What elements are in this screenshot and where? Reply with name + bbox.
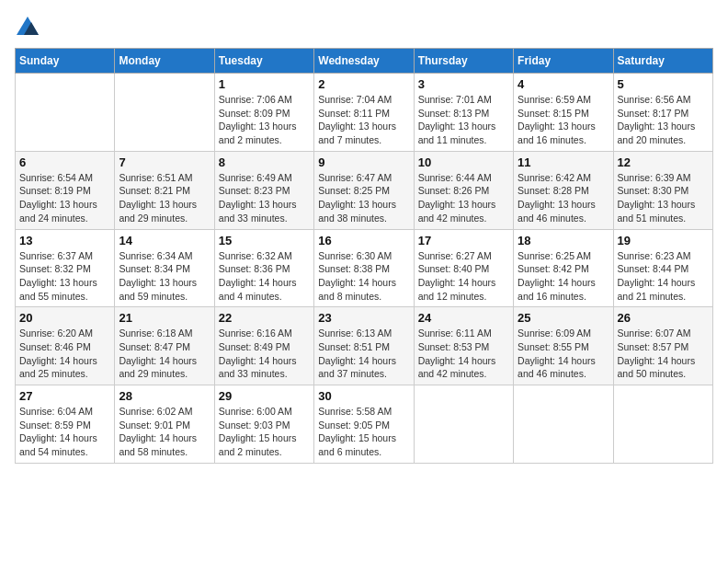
calendar-cell: 18Sunrise: 6:25 AM Sunset: 8:42 PM Dayli…	[514, 229, 613, 307]
day-info: Sunrise: 6:13 AM Sunset: 8:51 PM Dayligh…	[318, 327, 409, 381]
day-info: Sunrise: 6:16 AM Sunset: 8:49 PM Dayligh…	[219, 327, 310, 381]
day-number: 23	[318, 311, 409, 325]
day-number: 13	[19, 234, 110, 247]
day-info: Sunrise: 6:42 AM Sunset: 8:28 PM Dayligh…	[518, 171, 609, 225]
day-info: Sunrise: 6:27 AM Sunset: 8:40 PM Dayligh…	[418, 249, 509, 304]
day-number: 12	[618, 155, 709, 169]
day-info: Sunrise: 6:32 AM Sunset: 8:36 PM Dayligh…	[219, 249, 310, 304]
day-number: 9	[318, 155, 409, 169]
weekday-header-wednesday: Wednesday	[314, 49, 414, 74]
calendar-cell: 6Sunrise: 6:54 AM Sunset: 8:19 PM Daylig…	[16, 151, 115, 229]
day-info: Sunrise: 6:47 AM Sunset: 8:25 PM Dayligh…	[318, 171, 409, 225]
day-number: 30	[318, 389, 409, 403]
calendar-cell: 16Sunrise: 6:30 AM Sunset: 8:38 PM Dayli…	[314, 229, 414, 307]
day-number: 14	[119, 234, 210, 247]
calendar-week-row: 13Sunrise: 6:37 AM Sunset: 8:32 PM Dayli…	[16, 229, 713, 307]
calendar-cell: 15Sunrise: 6:32 AM Sunset: 8:36 PM Dayli…	[214, 229, 313, 307]
day-info: Sunrise: 6:09 AM Sunset: 8:55 PM Dayligh…	[518, 327, 609, 381]
day-number: 29	[219, 389, 310, 403]
calendar-cell: 5Sunrise: 6:56 AM Sunset: 8:17 PM Daylig…	[613, 74, 712, 152]
weekday-header-thursday: Thursday	[414, 49, 513, 74]
day-info: Sunrise: 6:37 AM Sunset: 8:32 PM Dayligh…	[19, 249, 110, 304]
day-number: 17	[418, 234, 509, 247]
calendar-cell: 2Sunrise: 7:04 AM Sunset: 8:11 PM Daylig…	[314, 74, 414, 152]
calendar-cell: 9Sunrise: 6:47 AM Sunset: 8:25 PM Daylig…	[314, 151, 414, 229]
calendar-cell: 28Sunrise: 6:02 AM Sunset: 9:01 PM Dayli…	[115, 385, 214, 464]
day-number: 27	[19, 389, 110, 403]
day-info: Sunrise: 6:11 AM Sunset: 8:53 PM Dayligh…	[418, 327, 509, 381]
calendar-week-row: 20Sunrise: 6:20 AM Sunset: 8:46 PM Dayli…	[16, 307, 713, 385]
day-info: Sunrise: 6:39 AM Sunset: 8:30 PM Dayligh…	[618, 171, 709, 225]
day-info: Sunrise: 6:51 AM Sunset: 8:21 PM Dayligh…	[119, 171, 210, 225]
calendar-cell: 27Sunrise: 6:04 AM Sunset: 8:59 PM Dayli…	[16, 385, 115, 464]
weekday-header-monday: Monday	[115, 49, 214, 74]
day-info: Sunrise: 6:20 AM Sunset: 8:46 PM Dayligh…	[19, 327, 110, 381]
calendar-cell	[514, 385, 613, 464]
day-number: 3	[418, 77, 509, 91]
day-number: 18	[518, 234, 609, 247]
day-number: 2	[318, 77, 409, 91]
calendar-cell: 29Sunrise: 6:00 AM Sunset: 9:03 PM Dayli…	[214, 385, 313, 464]
weekday-header-friday: Friday	[514, 49, 613, 74]
calendar-cell: 21Sunrise: 6:18 AM Sunset: 8:47 PM Dayli…	[115, 307, 214, 385]
calendar-cell: 20Sunrise: 6:20 AM Sunset: 8:46 PM Dayli…	[16, 307, 115, 385]
day-info: Sunrise: 6:07 AM Sunset: 8:57 PM Dayligh…	[618, 327, 709, 381]
calendar-week-row: 1Sunrise: 7:06 AM Sunset: 8:09 PM Daylig…	[16, 74, 713, 152]
day-number: 16	[318, 234, 409, 247]
calendar-cell: 7Sunrise: 6:51 AM Sunset: 8:21 PM Daylig…	[115, 151, 214, 229]
calendar-cell: 23Sunrise: 6:13 AM Sunset: 8:51 PM Dayli…	[314, 307, 414, 385]
calendar-header-row: SundayMondayTuesdayWednesdayThursdayFrid…	[16, 49, 713, 74]
day-info: Sunrise: 6:00 AM Sunset: 9:03 PM Dayligh…	[219, 405, 310, 459]
calendar-cell: 4Sunrise: 6:59 AM Sunset: 8:15 PM Daylig…	[514, 74, 613, 152]
calendar-cell: 24Sunrise: 6:11 AM Sunset: 8:53 PM Dayli…	[414, 307, 513, 385]
calendar-cell: 30Sunrise: 5:58 AM Sunset: 9:05 PM Dayli…	[314, 385, 414, 464]
day-number: 20	[19, 311, 110, 325]
calendar-cell: 3Sunrise: 7:01 AM Sunset: 8:13 PM Daylig…	[414, 74, 513, 152]
day-number: 24	[418, 311, 509, 325]
calendar-cell: 14Sunrise: 6:34 AM Sunset: 8:34 PM Dayli…	[115, 229, 214, 307]
page-header	[15, 15, 713, 40]
day-number: 6	[19, 155, 110, 169]
day-info: Sunrise: 7:06 AM Sunset: 8:09 PM Dayligh…	[219, 93, 310, 147]
day-number: 21	[119, 311, 210, 325]
day-number: 25	[518, 311, 609, 325]
calendar-cell	[613, 385, 712, 464]
calendar-cell: 19Sunrise: 6:23 AM Sunset: 8:44 PM Dayli…	[613, 229, 712, 307]
calendar-cell: 22Sunrise: 6:16 AM Sunset: 8:49 PM Dayli…	[214, 307, 313, 385]
day-info: Sunrise: 6:02 AM Sunset: 9:01 PM Dayligh…	[119, 405, 210, 459]
day-number: 4	[518, 77, 609, 91]
calendar-cell: 25Sunrise: 6:09 AM Sunset: 8:55 PM Dayli…	[514, 307, 613, 385]
calendar-cell	[414, 385, 513, 464]
day-number: 11	[518, 155, 609, 169]
day-number: 10	[418, 155, 509, 169]
calendar-cell: 26Sunrise: 6:07 AM Sunset: 8:57 PM Dayli…	[613, 307, 712, 385]
calendar-cell: 12Sunrise: 6:39 AM Sunset: 8:30 PM Dayli…	[613, 151, 712, 229]
day-info: Sunrise: 6:59 AM Sunset: 8:15 PM Dayligh…	[518, 93, 609, 147]
day-info: Sunrise: 6:30 AM Sunset: 8:38 PM Dayligh…	[318, 249, 409, 304]
calendar-cell: 13Sunrise: 6:37 AM Sunset: 8:32 PM Dayli…	[16, 229, 115, 307]
calendar-cell: 8Sunrise: 6:49 AM Sunset: 8:23 PM Daylig…	[214, 151, 313, 229]
calendar-week-row: 27Sunrise: 6:04 AM Sunset: 8:59 PM Dayli…	[16, 385, 713, 464]
weekday-header-sunday: Sunday	[16, 49, 115, 74]
day-info: Sunrise: 7:04 AM Sunset: 8:11 PM Dayligh…	[318, 93, 409, 147]
logo	[15, 15, 44, 40]
day-number: 22	[219, 311, 310, 325]
day-number: 5	[618, 77, 709, 91]
day-info: Sunrise: 6:23 AM Sunset: 8:44 PM Dayligh…	[618, 249, 709, 304]
day-number: 28	[119, 389, 210, 403]
day-info: Sunrise: 5:58 AM Sunset: 9:05 PM Dayligh…	[318, 405, 409, 459]
calendar-cell: 10Sunrise: 6:44 AM Sunset: 8:26 PM Dayli…	[414, 151, 513, 229]
calendar-cell: 11Sunrise: 6:42 AM Sunset: 8:28 PM Dayli…	[514, 151, 613, 229]
day-number: 19	[618, 234, 709, 247]
day-info: Sunrise: 6:18 AM Sunset: 8:47 PM Dayligh…	[119, 327, 210, 381]
day-info: Sunrise: 6:54 AM Sunset: 8:19 PM Dayligh…	[19, 171, 110, 225]
calendar-cell	[16, 74, 115, 152]
day-info: Sunrise: 7:01 AM Sunset: 8:13 PM Dayligh…	[418, 93, 509, 147]
day-info: Sunrise: 6:49 AM Sunset: 8:23 PM Dayligh…	[219, 171, 310, 225]
day-info: Sunrise: 6:25 AM Sunset: 8:42 PM Dayligh…	[518, 249, 609, 304]
logo-icon	[15, 15, 40, 40]
day-number: 15	[219, 234, 310, 247]
day-info: Sunrise: 6:56 AM Sunset: 8:17 PM Dayligh…	[618, 93, 709, 147]
calendar-week-row: 6Sunrise: 6:54 AM Sunset: 8:19 PM Daylig…	[16, 151, 713, 229]
day-number: 7	[119, 155, 210, 169]
